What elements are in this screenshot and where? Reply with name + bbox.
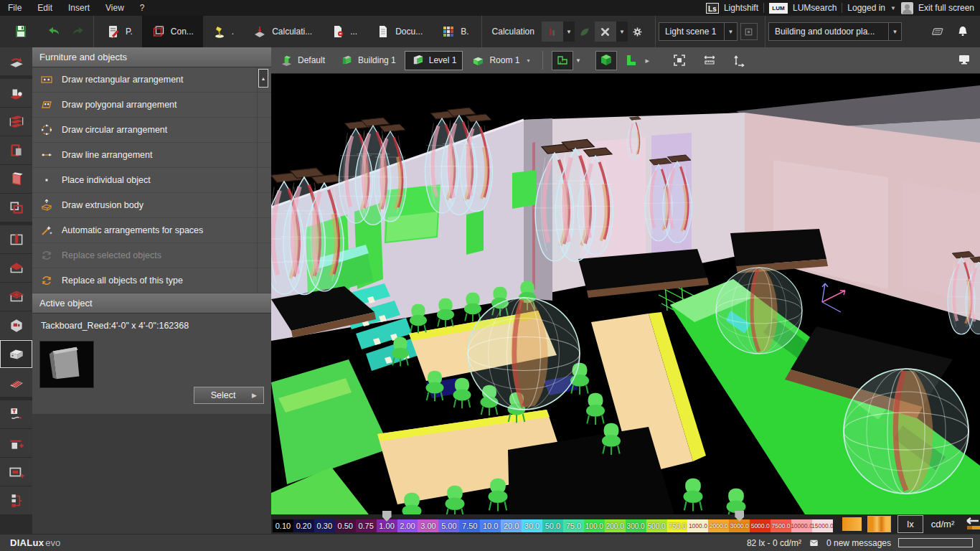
view-tab-default[interactable]: Default (273, 51, 331, 70)
sidebar-column-tool[interactable] (0, 225, 32, 254)
start-calculation-button[interactable]: ▼ (542, 22, 575, 42)
sidebar-window-add-tool[interactable] (0, 458, 32, 486)
calculation-settings-button[interactable] (628, 22, 648, 42)
scroll-up-button[interactable]: ▲ (258, 69, 268, 88)
avatar[interactable] (901, 2, 913, 14)
unit-lx-button[interactable]: lx (897, 515, 923, 533)
scale-cell-value: 3.00 (420, 522, 435, 530)
scrollbar[interactable]: ▲ (257, 67, 268, 293)
object-add-tool-icon (8, 435, 25, 452)
calculation-surface-icon[interactable] (931, 24, 946, 39)
display-icon[interactable] (957, 52, 971, 67)
scale-cell-value: 7.50 (462, 522, 477, 530)
sidebar-window-tool[interactable] (0, 165, 32, 194)
panel-item-4[interactable]: Place individual object (32, 168, 271, 193)
panel-item-6[interactable]: Automatic arrangements for spaces (32, 218, 271, 243)
sidebar-furniture-tool[interactable] (0, 340, 32, 369)
panel-item-2[interactable]: Draw circular arrangement (32, 118, 271, 143)
cancel-dropdown[interactable]: ▼ (616, 22, 628, 42)
ceiling-tool-icon (8, 288, 25, 306)
scale-cell-value: 15000.0 (812, 522, 833, 529)
plan-view-dropdown[interactable]: ▼ (573, 51, 584, 70)
view-tab-level-1[interactable]: Level 1 (405, 51, 463, 70)
panel-item-0[interactable]: Draw rectangular arrangement (32, 67, 271, 93)
undo-button[interactable] (42, 19, 66, 44)
panel-title: Furniture and objects (32, 47, 271, 67)
energy-leaf-button[interactable] (575, 22, 595, 42)
light-scene-select[interactable]: Light scene 1 ▼ (659, 22, 738, 41)
lumsearch-link[interactable]: LUMsearch (793, 3, 837, 13)
sidebar-text-tool[interactable] (0, 400, 32, 429)
panel-item-3[interactable]: Draw line arrangement (32, 143, 271, 168)
panel-item-8[interactable]: Replace all objects of this type (32, 268, 271, 293)
unit-cdm2-button[interactable]: cd/m² (926, 515, 959, 533)
messages-count[interactable]: 0 new messages (826, 538, 891, 548)
panel-item-5[interactable]: Draw extrusion body (32, 193, 271, 218)
zoom-to-fit-icon[interactable] (672, 53, 687, 67)
view-tab-room-1[interactable]: Room 1▾ (465, 51, 536, 70)
tool-sidebar (0, 47, 32, 534)
menu-item-3[interactable]: View (98, 0, 132, 16)
sidebar-material-tool[interactable] (0, 369, 32, 397)
notifications-bell-icon[interactable] (956, 24, 970, 39)
gradient-color-display-button[interactable] (867, 516, 891, 532)
mode-tab-4[interactable]: ... (321, 16, 367, 47)
sidebar-room-tool[interactable] (0, 136, 32, 165)
more-views-arrow[interactable]: ▸ (646, 56, 650, 65)
mode-tab-5[interactable]: Docu... (367, 16, 432, 47)
lightshift-icon[interactable]: Ls (706, 3, 719, 14)
coordinates-icon[interactable] (732, 53, 747, 67)
lumsearch-icon[interactable]: LUM (769, 3, 788, 14)
mode-tab-0[interactable]: P. (97, 16, 142, 47)
sidebar-ceiling-tool[interactable] (0, 283, 32, 311)
sidebar-building-tool[interactable] (0, 79, 32, 108)
chevron-down-icon[interactable]: ▼ (890, 5, 896, 11)
logged-in-menu[interactable]: Logged in (847, 3, 885, 13)
select-button[interactable]: Select ▶ (194, 387, 264, 404)
sidebar-storey-tool[interactable] (0, 108, 32, 136)
lightshift-link[interactable]: Lightshift (724, 3, 758, 13)
sidebar-cutout-tool[interactable] (0, 311, 32, 340)
divider (765, 16, 765, 47)
mode-tab-label: P. (126, 27, 133, 37)
mode-tab-1[interactable]: Con... (142, 16, 203, 47)
chevron-down-icon[interactable]: ▼ (724, 23, 737, 40)
scene-preview-button[interactable] (740, 23, 758, 40)
panel-item-label: Draw line arrangement (62, 150, 152, 160)
scale-cell-value: 2000.0 (710, 522, 728, 529)
panel-item-1[interactable]: Draw polygonal arrangement (32, 93, 271, 118)
measure-icon[interactable] (702, 53, 717, 67)
building-scene-select[interactable]: Building and outdoor pla... ▼ (768, 22, 902, 41)
sidebar-structure-tool[interactable] (0, 486, 32, 515)
menu-item-1[interactable]: Edit (29, 0, 60, 16)
sidebar-object-add-tool[interactable] (0, 429, 32, 458)
sidebar-roof-tool[interactable] (0, 254, 32, 283)
panel-item-7: Replace selected objects (32, 243, 271, 268)
view-floorplan-button[interactable] (620, 51, 641, 70)
sidebar-site-tool[interactable] (0, 47, 32, 76)
viewport-3d[interactable] (271, 74, 980, 514)
scale-cell-0.50: 0.50 (335, 519, 356, 532)
messages-icon[interactable] (809, 537, 819, 548)
chevron-down-icon[interactable]: ▾ (527, 57, 529, 64)
menu-item-0[interactable]: File (0, 0, 29, 16)
mode-tab-3[interactable]: Calculati... (243, 16, 321, 47)
plan-view-split-button[interactable]: ▼ (549, 51, 584, 70)
menu-item-4[interactable]: ? (132, 0, 153, 16)
redo-button[interactable] (66, 19, 90, 44)
calculation-dropdown[interactable]: ▼ (563, 22, 575, 42)
sidebar-contour-tool[interactable] (0, 194, 32, 222)
storey-tool-icon (8, 113, 25, 131)
view-tab-building-1[interactable]: Building 1 (334, 51, 402, 70)
mode-tab-2[interactable]: . (203, 16, 243, 47)
exit-full-screen-button[interactable]: Exit full screen (918, 3, 974, 13)
view-3d-button[interactable] (595, 51, 617, 70)
swap-scale-icon[interactable] (964, 517, 980, 532)
mode-tab-6[interactable]: B. (432, 16, 478, 47)
menu-item-2[interactable]: Insert (60, 0, 98, 16)
solid-color-display-button[interactable] (842, 517, 862, 531)
cancel-calculation-button[interactable]: ▼ (595, 22, 628, 42)
save-button[interactable] (9, 19, 33, 44)
chevron-down-icon[interactable]: ▼ (888, 23, 901, 40)
scale-cell-value: 0.20 (296, 522, 311, 530)
